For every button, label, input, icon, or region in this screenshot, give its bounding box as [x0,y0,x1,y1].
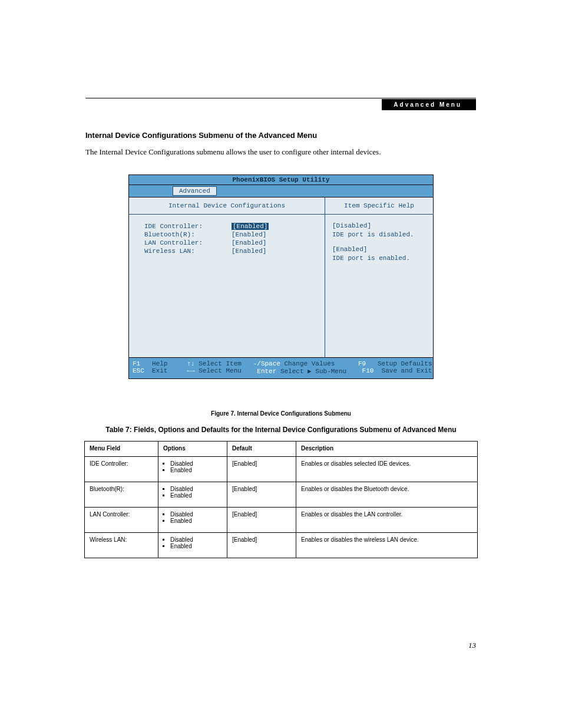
bios-title: PhoenixBIOS Setup Utility [129,175,433,185]
footer-help: Help [152,360,167,367]
help-enabled-label: [Enabled] [332,245,426,254]
cell-description: Enables or disables selected IDE devices… [296,457,478,482]
option-item: Enabled [170,543,222,549]
th-description: Description [296,442,478,457]
key-enter: Enter [257,368,276,375]
cell-default: [Enabled] [227,482,296,508]
key-f10: F10 [362,367,374,374]
table-row: LAN Controller:DisabledEnabled[Enabled]E… [85,508,478,533]
bios-setting-bluetooth[interactable]: Bluetooth(R): [Enabled] [144,231,315,238]
option-item: Enabled [170,518,222,524]
footer-select-item: Select Item [199,360,242,367]
help-disabled-label: [Disabled] [332,222,426,230]
footer-exit: Exit [152,367,167,374]
cell-options: DisabledEnabled [158,533,227,558]
bios-settings-list: IDE Controller: [Enabled] Bluetooth(R): … [129,215,325,357]
section-title: Internal Device Configurations Submenu o… [85,131,317,140]
option-item: Disabled [170,536,222,543]
bios-setting-label: LAN Controller: [144,239,232,246]
footer-setup-defaults: Setup Defaults [378,360,432,367]
bios-setting-label: IDE Controller: [144,223,232,230]
key-f1: F1 [133,360,140,367]
bios-setting-value[interactable]: [Enabled] [232,248,266,255]
cell-default: [Enabled] [227,457,296,482]
key-f9: F9 [358,360,366,367]
footer-change-values: Change Values [285,360,335,367]
section-intro: The Internal Device Configurations subme… [85,147,381,157]
help-disabled-text: IDE port is disabled. [332,230,426,239]
option-item: Enabled [170,467,222,473]
cell-menu-field: IDE Controller: [85,457,158,482]
table-title: Table 7: Fields, Options and Defaults fo… [84,426,478,434]
cell-description: Enables or disables the wireless LAN dev… [296,533,478,558]
help-enabled-text: IDE port is enabled. [332,254,426,263]
figure-caption: Figure 7. Internal Device Configurations… [0,410,562,417]
bios-setting-label: Wireless LAN: [144,248,232,255]
bios-footer: F1 Help ↑↓ Select Item -/Space Change Va… [129,357,433,378]
cell-menu-field: Wireless LAN: [85,533,158,558]
cell-menu-field: LAN Controller: [85,508,158,533]
cell-menu-field: Bluetooth(R): [85,482,158,508]
key-minus-space: -/Space [253,360,280,367]
header-section-label: Advanced Menu [382,99,476,110]
footer-select-menu: Select Menu [199,367,242,374]
th-menu-field: Menu Field [85,442,158,457]
table-row: Bluetooth(R):DisabledEnabled[Enabled]Ena… [85,482,478,508]
cell-options: DisabledEnabled [158,457,227,482]
cell-options: DisabledEnabled [158,508,227,533]
arrows-updown-icon: ↑↓ [187,360,194,367]
option-item: Disabled [170,511,222,518]
options-table: Menu Field Options Default Description I… [84,441,478,558]
cell-default: [Enabled] [227,533,296,558]
bios-setting-label: Bluetooth(R): [144,231,232,238]
table-header-row: Menu Field Options Default Description [85,442,478,457]
bios-setting-value[interactable]: [Enabled] [232,231,266,238]
bios-help-text: [Disabled] IDE port is disabled. [Enable… [325,215,433,356]
cell-description: Enables or disables the LAN controller. [296,508,478,533]
cell-options: DisabledEnabled [158,482,227,508]
table-row: Wireless LAN:DisabledEnabled[Enabled]Ena… [85,533,478,558]
option-item: Enabled [170,492,222,499]
th-default: Default [227,442,296,457]
arrows-leftright-icon: ←→ [187,367,194,374]
bios-tabbar: Advanced [129,185,433,197]
bios-setting-ide[interactable]: IDE Controller: [Enabled] [144,223,315,230]
bios-setting-lan[interactable]: LAN Controller: [Enabled] [144,239,315,246]
bios-left-title: Internal Device Configurations [129,197,325,215]
bios-setting-value[interactable]: [Enabled] [232,223,269,230]
table-row: IDE Controller:DisabledEnabled[Enabled]E… [85,457,478,482]
bios-setting-wlan[interactable]: Wireless LAN: [Enabled] [144,248,315,255]
footer-save-exit: Save and Exit [382,367,432,374]
header-rule [85,98,476,98]
option-item: Disabled [170,486,222,492]
page-number: 13 [468,641,476,650]
th-options: Options [158,442,227,457]
cell-default: [Enabled] [227,508,296,533]
bios-help-title: Item Specific Help [325,197,433,215]
bios-setting-value[interactable]: [Enabled] [232,239,266,246]
footer-select-submenu: Select ▶ Sub-Menu [280,368,346,375]
bios-screenshot: PhoenixBIOS Setup Utility Advanced Inter… [128,174,434,379]
tab-advanced[interactable]: Advanced [173,186,217,196]
cell-description: Enables or disables the Bluetooth device… [296,482,478,508]
key-esc: ESC [133,367,144,374]
option-item: Disabled [170,460,222,467]
